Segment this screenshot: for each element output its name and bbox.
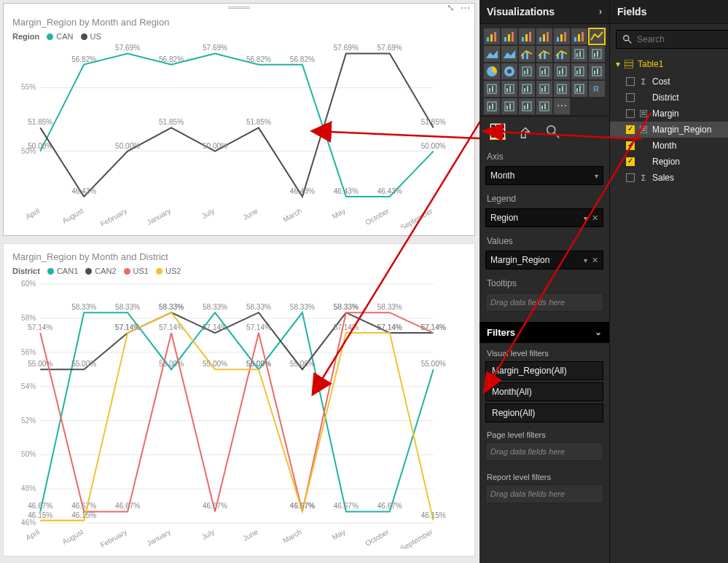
svg-rect-166: [576, 88, 578, 92]
checkbox[interactable]: [626, 157, 635, 166]
svg-text:46.43%: 46.43%: [71, 187, 96, 195]
table-node[interactable]: ▾ Table1: [610, 55, 728, 74]
viz-type-column-stacked[interactable]: [519, 28, 535, 44]
viz-type-globe[interactable]: [501, 98, 517, 114]
filters-header[interactable]: Filters⌄: [480, 322, 609, 343]
checkbox[interactable]: [626, 173, 635, 182]
viz-type-r[interactable]: R: [589, 81, 605, 97]
svg-rect-155: [509, 86, 511, 92]
viz-type-kpi[interactable]: [519, 81, 535, 97]
viz-type-area-stacked[interactable]: [501, 46, 517, 62]
svg-rect-137: [527, 68, 528, 74]
svg-text:56.82%: 56.82%: [290, 55, 315, 63]
chevron-right-icon: ›: [599, 7, 602, 17]
viz-type-bar-clustered[interactable]: [501, 28, 517, 44]
svg-text:April: April: [24, 527, 41, 542]
tooltips-well[interactable]: Drag data fields here: [485, 293, 603, 312]
svg-rect-142: [559, 71, 560, 74]
fields-tab[interactable]: [490, 124, 506, 140]
viz-type-table[interactable]: [554, 81, 570, 97]
svg-rect-117: [574, 37, 576, 42]
fields-header[interactable]: Fields›: [610, 0, 728, 24]
field-month[interactable]: Month: [610, 138, 728, 154]
svg-rect-139: [541, 71, 543, 74]
values-well[interactable]: Margin_Region ▾✕: [485, 251, 603, 269]
viz-type-ribbon[interactable]: [554, 46, 570, 62]
visual-margin-by-month-region[interactable]: ⤡ ⋯ Margin_Region by Month and Region Re…: [3, 3, 475, 236]
viz-type-funnel[interactable]: [571, 63, 587, 79]
page-filters-well[interactable]: Drag data fields here: [485, 442, 603, 461]
legend-well[interactable]: Region ▾✕: [485, 208, 603, 227]
checkbox[interactable]: [626, 125, 635, 134]
viz-type-filled-map[interactable]: [554, 63, 570, 79]
viz-type-more[interactable]: ⋯: [554, 98, 570, 114]
svg-rect-164: [562, 86, 563, 92]
checkbox[interactable]: [626, 141, 635, 150]
filter-pill[interactable]: Region(All): [485, 403, 603, 422]
viz-type-pie[interactable]: [484, 63, 500, 79]
checkbox[interactable]: [626, 109, 635, 118]
svg-rect-171: [492, 103, 493, 109]
drag-handle-icon[interactable]: [228, 7, 250, 9]
svg-rect-170: [489, 106, 490, 109]
svg-text:50.00%: 50.00%: [203, 142, 227, 150]
svg-text:48%: 48%: [21, 484, 36, 492]
viz-type-r-script[interactable]: [519, 98, 535, 114]
field-sales[interactable]: ΣSales: [610, 170, 728, 186]
field-margin_region[interactable]: Margin_Region: [610, 122, 728, 138]
legend-item[interactable]: US: [81, 32, 101, 41]
legend-item[interactable]: CAN2: [85, 267, 116, 275]
analytics-tab[interactable]: [545, 124, 561, 140]
more-options-icon[interactable]: ⋯: [461, 2, 470, 13]
search-input[interactable]: [637, 34, 728, 44]
axis-well[interactable]: Month ▾: [485, 166, 603, 185]
viz-type-column-100[interactable]: [554, 28, 570, 44]
report-filters-well[interactable]: Drag data fields here: [485, 484, 603, 503]
viz-type-arcgis[interactable]: [484, 98, 500, 114]
svg-text:46.67%: 46.67%: [71, 502, 96, 510]
focus-mode-icon[interactable]: ⤡: [447, 2, 455, 13]
field-region[interactable]: Region: [610, 154, 728, 170]
visualizations-header[interactable]: Visualizations›: [480, 0, 609, 24]
filter-pill[interactable]: Margin_Region(All): [485, 361, 603, 380]
field-label: Margin_Region: [652, 125, 711, 135]
checkbox[interactable]: [626, 77, 635, 86]
svg-text:April: April: [24, 207, 41, 221]
search-box[interactable]: [616, 30, 728, 49]
field-district[interactable]: District: [610, 90, 728, 106]
viz-type-map[interactable]: [536, 63, 552, 79]
viz-type-bar-stacked[interactable]: [484, 28, 500, 44]
legend-item[interactable]: CAN1: [47, 267, 78, 275]
viz-type-treemap[interactable]: [519, 63, 535, 79]
svg-rect-151: [489, 88, 490, 92]
svg-text:46.43%: 46.43%: [290, 187, 315, 195]
viz-type-donut[interactable]: [501, 63, 517, 79]
legend-item[interactable]: US2: [156, 267, 181, 275]
field-cost[interactable]: ΣCost: [610, 74, 728, 90]
viz-type-scatter[interactable]: [589, 46, 605, 62]
field-margin[interactable]: Margin: [610, 106, 728, 122]
format-tab[interactable]: [517, 124, 533, 140]
viz-type-card[interactable]: [484, 81, 500, 97]
svg-rect-143: [562, 68, 563, 74]
viz-type-multi-card[interactable]: [501, 81, 517, 97]
viz-type-gauge[interactable]: [589, 63, 605, 79]
svg-text:55.00%: 55.00%: [71, 360, 96, 368]
viz-type-area[interactable]: [484, 46, 500, 62]
legend-item[interactable]: CAN: [47, 32, 73, 41]
viz-type-line[interactable]: [589, 28, 605, 44]
viz-type-line-column2[interactable]: [536, 46, 552, 62]
viz-type-bar-100[interactable]: [571, 28, 587, 44]
checkbox[interactable]: [626, 93, 635, 102]
visual-margin-by-month-district[interactable]: Margin_Region by Month and District Dist…: [3, 243, 475, 556]
filter-pill[interactable]: Month(All): [485, 382, 603, 401]
viz-type-slicer[interactable]: [536, 81, 552, 97]
svg-rect-173: [506, 106, 508, 109]
viz-type-waterfall[interactable]: [571, 46, 587, 62]
viz-type-line-column[interactable]: [519, 46, 535, 62]
viz-type-py[interactable]: [536, 98, 552, 114]
svg-text:January: January: [146, 207, 172, 227]
viz-type-matrix[interactable]: [571, 81, 587, 97]
viz-type-column-clustered[interactable]: [536, 28, 552, 44]
legend-item[interactable]: US1: [124, 267, 149, 275]
